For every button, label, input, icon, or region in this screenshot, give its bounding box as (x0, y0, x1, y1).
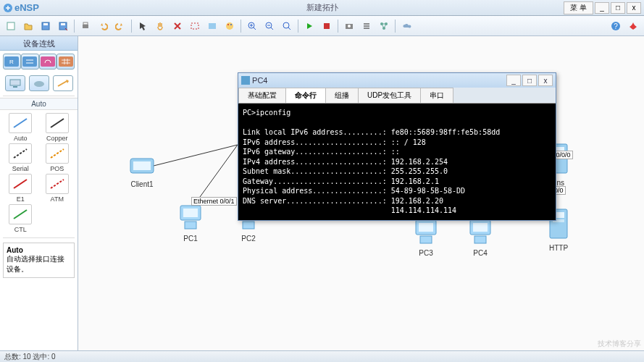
text-icon[interactable] (204, 18, 220, 34)
svg-rect-50 (185, 222, 196, 229)
auto-heading: Auto (0, 98, 78, 110)
term-min-button[interactable]: _ (506, 75, 521, 86)
pointer-icon[interactable] (135, 18, 151, 34)
node-pc4[interactable]: PC4 (466, 217, 495, 257)
port-label: Ethernet 0/0/1 (191, 197, 237, 206)
minimize-button[interactable]: _ (595, 2, 609, 14)
cable-pos[interactable]: POS (40, 143, 75, 172)
toolbar: ? (0, 16, 644, 36)
terminal-titlebar[interactable]: PC4 _ □ x (238, 73, 556, 88)
cable-atm[interactable]: ATM (40, 174, 75, 203)
svg-rect-5 (61, 23, 65, 25)
node-pc1[interactable]: PC1 (176, 203, 205, 243)
svg-rect-6 (83, 25, 88, 28)
link-icon[interactable] (53, 75, 73, 91)
palette-icon[interactable] (222, 18, 238, 34)
cable-auto[interactable]: Auto (3, 113, 38, 142)
zoomin-icon[interactable] (244, 18, 260, 34)
cable-ctl[interactable]: CTL (3, 204, 38, 233)
cable-e1[interactable]: E1 (3, 174, 38, 203)
title-bar: eNSP 新建拓扑 菜 单 _ □ x (0, 0, 644, 16)
maximize-button[interactable]: □ (611, 2, 625, 14)
svg-rect-55 (419, 223, 433, 232)
cable-copper[interactable]: Copper (40, 113, 75, 142)
status-left: 总数: 10 选中: 0 (4, 351, 56, 362)
terminal-title: PC4 (252, 76, 267, 85)
menu-button[interactable]: 菜 单 (564, 1, 593, 14)
svg-rect-56 (420, 236, 432, 243)
term-max-button[interactable]: □ (522, 75, 537, 86)
terminal-tabs: 基础配置命令行组播UDP发包工具串口 (238, 88, 556, 104)
svg-rect-53 (243, 222, 254, 229)
svg-rect-59 (474, 236, 486, 243)
term-tab-0[interactable]: 基础配置 (238, 88, 286, 103)
zoomout-icon[interactable] (262, 18, 277, 34)
desc-body: 自动选择接口连接设备。 (7, 255, 64, 273)
svg-line-33 (51, 119, 64, 127)
huawei-icon[interactable] (625, 18, 641, 34)
term-tab-2[interactable]: 组播 (325, 88, 359, 103)
pan-icon[interactable] (152, 18, 168, 34)
svg-line-37 (51, 180, 64, 188)
svg-line-35 (51, 149, 64, 158)
svg-point-15 (283, 22, 289, 28)
cloud-icon[interactable] (398, 18, 414, 34)
svg-rect-7 (83, 22, 88, 25)
svg-rect-66 (241, 76, 250, 85)
terminal-window[interactable]: PC4 _ □ x 基础配置命令行组播UDP发包工具串口 PC>ipconfig… (238, 72, 556, 221)
svg-rect-29 (10, 80, 20, 85)
firewall-icon[interactable] (57, 54, 75, 70)
undo-icon[interactable] (95, 18, 111, 34)
saveas-icon[interactable] (55, 18, 71, 34)
zoomfit-icon[interactable] (279, 18, 295, 34)
list-icon[interactable] (359, 18, 375, 34)
svg-rect-26 (22, 56, 37, 67)
print-icon[interactable] (78, 18, 93, 34)
desc-title: Auto (7, 246, 23, 254)
canvas[interactable]: Client1 PC1 PC2 PC3 PC4 dns HTTP Etherne… (78, 36, 644, 350)
switch-icon[interactable] (21, 54, 39, 70)
cloud-device-icon[interactable] (29, 75, 49, 91)
term-tab-4[interactable]: 串口 (420, 88, 453, 103)
open-icon[interactable] (20, 18, 36, 34)
term-close-button[interactable]: x (538, 75, 553, 86)
save-icon[interactable] (38, 18, 54, 34)
topo-icon[interactable] (376, 18, 392, 34)
term-tab-1[interactable]: 命令行 (285, 88, 326, 103)
svg-line-32 (14, 119, 27, 127)
svg-rect-3 (43, 23, 48, 25)
svg-point-18 (348, 25, 351, 28)
watermark: 技术博客分享 (598, 339, 641, 349)
svg-line-38 (14, 210, 27, 219)
svg-text:R: R (9, 59, 14, 65)
app-name: eNSP (14, 2, 39, 13)
sidebar: 设备连线 R Auto AutoCopperSerialPOSE1ATMCTL … (0, 36, 78, 350)
svg-point-12 (230, 24, 232, 25)
svg-rect-8 (191, 23, 198, 29)
router-icon[interactable]: R (3, 54, 21, 70)
node-client1[interactable]: Client1 (129, 156, 155, 188)
svg-rect-49 (183, 209, 198, 217)
pc-icon[interactable] (5, 75, 25, 91)
terminal-body[interactable]: PC>ipconfig Link local IPv6 address.....… (238, 104, 556, 220)
redo-icon[interactable] (112, 18, 128, 34)
cable-serial[interactable]: Serial (3, 143, 38, 172)
svg-point-10 (226, 22, 233, 30)
start-icon[interactable] (301, 18, 317, 34)
window-title: 新建拓扑 (306, 2, 338, 13)
term-tab-3[interactable]: UDP发包工具 (358, 88, 421, 103)
svg-point-11 (227, 24, 229, 25)
svg-line-34 (14, 149, 27, 158)
rect-icon[interactable] (187, 18, 203, 34)
close-button[interactable]: x (627, 2, 641, 14)
stop-icon[interactable] (319, 18, 335, 34)
svg-point-31 (34, 81, 44, 87)
new-icon[interactable] (3, 18, 19, 34)
svg-line-36 (14, 180, 27, 188)
capture-icon[interactable] (341, 18, 357, 34)
svg-rect-1 (7, 22, 14, 30)
delete-icon[interactable] (170, 18, 185, 34)
node-pc3[interactable]: PC3 (411, 217, 440, 257)
help-icon[interactable]: ? (608, 18, 624, 34)
wlan-icon[interactable] (39, 54, 57, 70)
